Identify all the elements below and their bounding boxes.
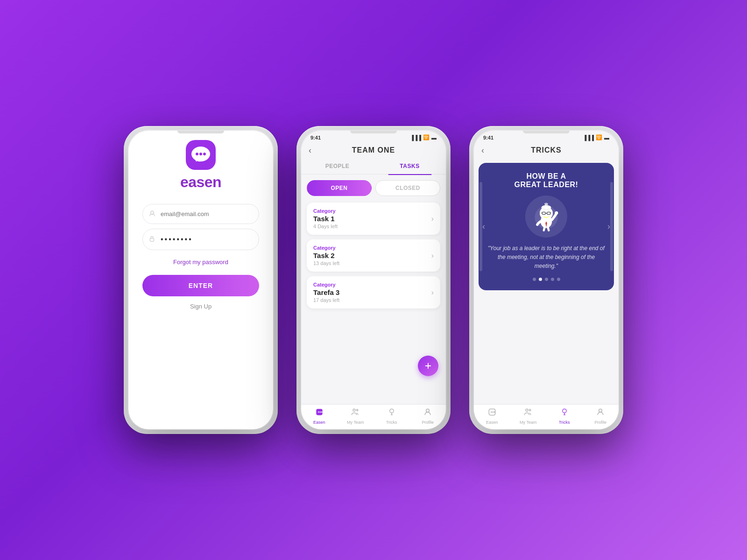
wifi-icon: 🛜	[423, 134, 430, 140]
nav-item-myteam-tasks[interactable]: My Team	[338, 407, 374, 425]
email-icon	[149, 210, 155, 218]
password-input[interactable]	[142, 229, 259, 250]
svg-point-4	[203, 153, 206, 155]
phone-login: easen Forgot my password ENTER Sign Up	[128, 131, 273, 429]
phone-tasks: 9:41 ▐▐▐ 🛜 ▬ ‹ TEAM ONE PEOPLE TASKS OPE…	[301, 131, 446, 429]
wifi-icon-tricks: 🛜	[596, 134, 602, 140]
svg-point-2	[196, 153, 198, 155]
add-task-fab[interactable]	[418, 356, 438, 376]
page-title-tasks: TEAM ONE	[352, 146, 395, 154]
task-3-chevron-icon: ›	[431, 288, 434, 297]
svg-point-28	[555, 211, 558, 215]
task-2-days: 13 days left	[313, 260, 339, 266]
svg-point-35	[526, 409, 528, 411]
nav-label-myteam-tasks: My Team	[347, 420, 364, 425]
svg-line-30	[548, 227, 549, 231]
nav-label-profile-tricks: Profile	[594, 420, 606, 425]
nav-label-myteam-tricks: My Team	[520, 420, 536, 425]
svg-point-10	[321, 412, 323, 413]
myteam-nav-icon-tricks	[523, 407, 533, 419]
nav-label-tricks-tricks: Tricks	[559, 420, 570, 425]
nav-label-easen-tricks: Easen	[486, 420, 498, 425]
enter-button[interactable]: ENTER	[142, 275, 259, 296]
svg-line-22	[547, 203, 548, 206]
mascot-container	[525, 196, 567, 238]
status-bar-tasks: 9:41 ▐▐▐ 🛜 ▬	[301, 131, 446, 142]
page-title-tricks: TRICKS	[531, 146, 562, 154]
forgot-password-link[interactable]: Forgot my password	[173, 259, 228, 266]
task-card-2[interactable]: Category Task 2 13 days left ›	[307, 239, 440, 272]
profile-nav-icon-tasks	[423, 407, 432, 419]
nav-item-profile-tricks[interactable]: Profile	[583, 407, 619, 425]
tricks-body: ‹ › HOW BE AGREAT LEADER!	[474, 158, 619, 404]
email-input-wrapper	[142, 204, 259, 224]
phone-login-outer: easen Forgot my password ENTER Sign Up	[124, 126, 278, 434]
tricks-nav-icon-active	[560, 407, 569, 419]
task-card-1[interactable]: Category Task 1 4 Days left ›	[307, 203, 440, 235]
svg-point-32	[491, 412, 492, 413]
task-2-chevron-icon: ›	[431, 252, 434, 260]
task-3-category: Category	[313, 282, 339, 287]
task-2-category: Category	[313, 245, 339, 251]
filter-open-btn[interactable]: OPEN	[307, 180, 372, 196]
svg-point-33	[492, 412, 493, 413]
filter-closed-btn[interactable]: CLOSED	[375, 180, 440, 196]
nav-label-easen-tasks: Easen	[313, 420, 325, 425]
task-1-name: Task 1	[313, 215, 338, 223]
battery-icon: ▬	[431, 135, 437, 140]
back-button-tricks[interactable]: ‹	[481, 146, 484, 155]
svg-point-36	[529, 409, 531, 411]
svg-point-34	[494, 412, 495, 413]
nav-item-easen-tasks[interactable]: Easen	[301, 407, 338, 425]
top-nav-tricks: ‹ TRICKS	[474, 142, 619, 158]
nav-item-easen-tricks[interactable]: Easen	[474, 407, 510, 425]
svg-point-13	[390, 409, 394, 413]
status-icons-tricks: ▐▐▐ 🛜 ▬	[583, 134, 609, 140]
task-card-3[interactable]: Category Tarefa 3 17 days left ›	[307, 276, 440, 308]
bottom-nav-tasks: Easen My Team Tricks Profile	[301, 404, 446, 429]
app-logo-icon	[186, 140, 216, 170]
lock-icon	[149, 236, 155, 243]
tab-tasks[interactable]: TASKS	[374, 158, 446, 174]
back-button-tasks[interactable]: ‹	[309, 146, 311, 155]
myteam-nav-icon	[351, 407, 360, 419]
easen-nav-icon	[315, 407, 324, 419]
easen-nav-icon-tricks	[487, 407, 497, 419]
tasks-body: OPEN CLOSED Category Task 1 4 Days left …	[301, 175, 446, 404]
dot-4	[551, 278, 554, 281]
nav-item-tricks-tasks[interactable]: Tricks	[374, 407, 410, 425]
svg-point-14	[426, 409, 430, 412]
task-1-chevron-icon: ›	[431, 215, 434, 223]
task-3-name: Tarefa 3	[313, 288, 339, 296]
phone-tricks: 9:41 ▐▐▐ 🛜 ▬ ‹ TRICKS ‹ › HOW BE AGREAT …	[474, 131, 619, 429]
nav-item-profile-tasks[interactable]: Profile	[410, 407, 446, 425]
svg-line-29	[544, 227, 545, 231]
signup-link[interactable]: Sign Up	[190, 303, 211, 310]
profile-nav-icon-tricks	[596, 407, 605, 419]
dot-1	[533, 278, 536, 281]
svg-point-38	[599, 409, 602, 412]
tabs-row: PEOPLE TASKS	[301, 158, 446, 175]
svg-point-19	[542, 205, 550, 209]
trick-next-button[interactable]: ›	[607, 222, 610, 231]
signal-icon-tricks: ▐▐▐	[583, 135, 594, 140]
svg-point-8	[318, 412, 319, 413]
svg-point-11	[353, 409, 355, 411]
status-time: 9:41	[310, 135, 321, 140]
trick-dots	[533, 278, 560, 281]
filter-row: OPEN CLOSED	[307, 180, 440, 196]
trick-prev-button[interactable]: ‹	[482, 222, 485, 231]
svg-rect-23	[542, 212, 545, 214]
svg-point-3	[199, 153, 202, 155]
nav-item-tricks-tricks[interactable]: Tricks	[546, 407, 583, 425]
tab-people[interactable]: PEOPLE	[301, 158, 374, 174]
nav-item-myteam-tricks[interactable]: My Team	[510, 407, 547, 425]
svg-point-9	[319, 412, 321, 413]
svg-rect-6	[150, 238, 154, 242]
signal-icon: ▐▐▐	[410, 135, 421, 140]
status-icons: ▐▐▐ 🛜 ▬	[410, 134, 437, 140]
svg-point-12	[357, 409, 358, 411]
email-input[interactable]	[142, 204, 259, 224]
trick-title: HOW BE AGREAT LEADER!	[514, 172, 578, 189]
login-content: easen Forgot my password ENTER Sign Up	[128, 131, 273, 429]
